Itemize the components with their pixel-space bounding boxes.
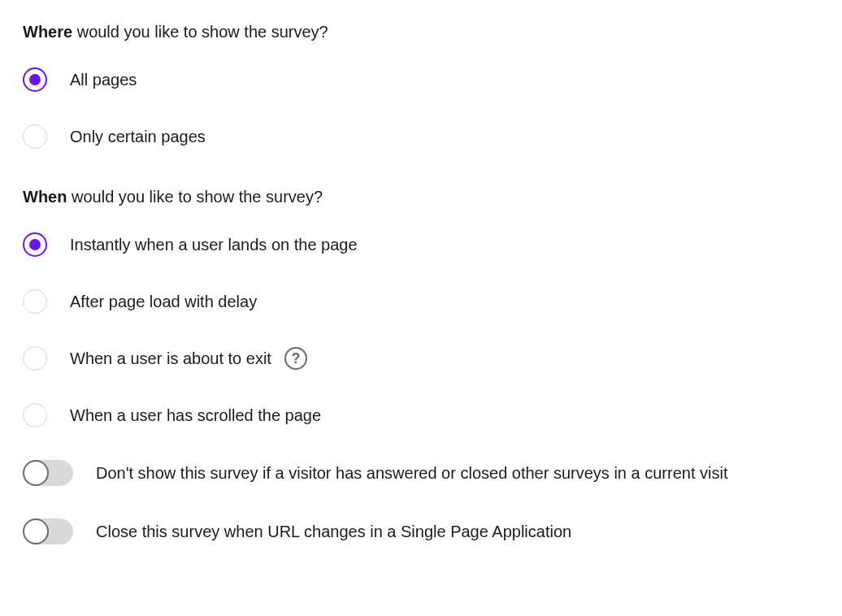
radio-circle-icon — [23, 232, 47, 257]
radio-circle-icon — [23, 67, 47, 92]
radio-circle-icon — [23, 124, 47, 149]
radio-circle-icon — [23, 403, 47, 427]
toggle-close-on-url-change[interactable]: Close this survey when URL changes in a … — [23, 518, 819, 544]
where-radio-group: All pages Only certain pages — [23, 67, 819, 149]
toggle-label-close-url: Close this survey when URL changes in a … — [96, 523, 571, 541]
toggle-switch-icon — [23, 460, 73, 486]
where-heading-rest: would you like to show the survey? — [72, 23, 328, 41]
where-heading-bold: Where — [23, 23, 72, 41]
where-heading: Where would you like to show the survey? — [23, 23, 819, 41]
toggle-dont-show-if-answered[interactable]: Don't show this survey if a visitor has … — [23, 460, 819, 486]
radio-instantly[interactable]: Instantly when a user lands on the page — [23, 232, 819, 257]
toggle-group: Don't show this survey if a visitor has … — [23, 460, 819, 544]
radio-label-all-pages: All pages — [70, 71, 137, 89]
radio-certain-pages[interactable]: Only certain pages — [23, 124, 819, 149]
radio-circle-icon — [23, 289, 47, 314]
when-section: When would you like to show the survey? … — [23, 188, 819, 544]
radio-scrolled[interactable]: When a user has scrolled the page — [23, 403, 819, 427]
when-heading: When would you like to show the survey? — [23, 188, 819, 206]
radio-label-scrolled: When a user has scrolled the page — [70, 406, 321, 425]
toggle-switch-icon — [23, 518, 73, 544]
radio-circle-icon — [23, 346, 47, 371]
radio-after-delay[interactable]: After page load with delay — [23, 289, 819, 314]
where-section: Where would you like to show the survey?… — [23, 23, 819, 149]
radio-label-about-to-exit: When a user is about to exit — [70, 349, 271, 368]
when-radio-group: Instantly when a user lands on the page … — [23, 232, 819, 427]
toggle-label-dont-show: Don't show this survey if a visitor has … — [96, 464, 727, 483]
radio-about-to-exit[interactable]: When a user is about to exit ? — [23, 346, 819, 371]
radio-label-instantly: Instantly when a user lands on the page — [70, 236, 358, 254]
when-heading-bold: When — [23, 188, 67, 206]
radio-label-after-delay: After page load with delay — [70, 293, 257, 311]
when-heading-rest: would you like to show the survey? — [67, 188, 323, 206]
radio-all-pages[interactable]: All pages — [23, 67, 819, 92]
help-icon[interactable]: ? — [284, 347, 307, 370]
radio-label-certain-pages: Only certain pages — [70, 128, 206, 146]
